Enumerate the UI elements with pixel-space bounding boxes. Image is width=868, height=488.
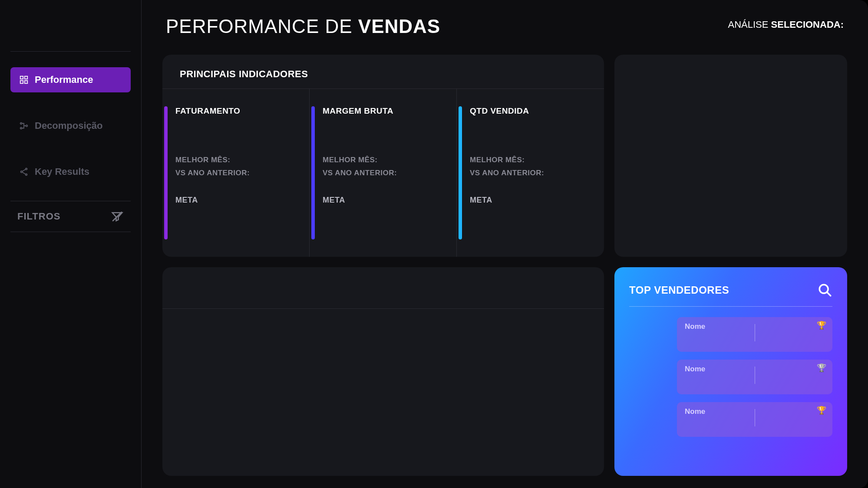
chart-card-header — [162, 267, 604, 309]
analysis-selected-label: ANÁLISE SELECIONADA: — [728, 19, 844, 30]
sidebar: Performance Decomposição Key Results FIL… — [0, 0, 142, 488]
svg-line-10 — [113, 212, 122, 221]
kpi-title: FATURAMENTO — [175, 106, 309, 116]
kpi-body: QTD VENDIDA MELHOR MÊS: VS ANO ANTERIOR:… — [470, 106, 604, 239]
page-title-prefix: PERFORMANCE DE — [166, 16, 358, 37]
aux-card-top-right — [614, 55, 847, 257]
sidebar-item-performance[interactable]: Performance — [10, 67, 131, 92]
sidebar-item-label: Key Results — [35, 166, 89, 177]
sidebar-divider — [10, 51, 131, 52]
kpi-vs-prev: VS ANO ANTERIOR: — [470, 169, 604, 177]
filters-header: FILTROS — [10, 201, 131, 232]
trophy-icon: 🏆 — [817, 321, 826, 330]
dashboard-icon — [19, 75, 29, 85]
kpi-body: FATURAMENTO MELHOR MÊS: VS ANO ANTERIOR:… — [175, 106, 309, 239]
analysis-bold: SELECIONADA: — [771, 19, 844, 30]
svg-point-5 — [20, 128, 22, 129]
vendor-name-label: Nome — [685, 407, 755, 416]
content-grid: PRINCIPAIS INDICADORES FATURAMENTO MELHO… — [162, 55, 847, 476]
share-icon — [19, 167, 29, 177]
kpi-meta: META — [470, 196, 604, 205]
kpi-vs-prev: VS ANO ANTERIOR: — [175, 169, 309, 177]
tree-icon — [19, 121, 29, 131]
top-vendors-header: TOP VENDEDORES — [629, 283, 832, 307]
kpi-title: MARGEM BRUTA — [323, 106, 456, 116]
vendor-name-label: Nome — [685, 365, 755, 373]
sidebar-item-label: Decomposição — [35, 120, 103, 131]
trophy-icon: 🏆 — [817, 406, 826, 415]
search-icon[interactable] — [818, 283, 832, 298]
vendor-separator — [755, 409, 755, 426]
vendor-name-label: Nome — [685, 322, 755, 331]
kpi-best-month: MELHOR MÊS: — [323, 156, 456, 164]
vendor-row[interactable]: Nome 🏆 — [677, 317, 832, 352]
kpi-best-month: MELHOR MÊS: — [470, 156, 604, 164]
kpi-best-month: MELHOR MÊS: — [175, 156, 309, 164]
vendor-row[interactable]: Nome 🏆 — [677, 402, 832, 437]
top-vendors-title: TOP VENDEDORES — [629, 284, 729, 296]
page-title-bold: VENDAS — [358, 16, 440, 37]
trophy-icon: 🏆 — [817, 363, 826, 373]
kpi-title: QTD VENDIDA — [470, 106, 604, 116]
kpi-body: MARGEM BRUTA MELHOR MÊS: VS ANO ANTERIOR… — [323, 106, 456, 239]
kpi-col-margem: MARGEM BRUTA MELHOR MÊS: VS ANO ANTERIOR… — [310, 89, 457, 257]
svg-point-6 — [26, 125, 28, 127]
kpi-vs-prev: VS ANO ANTERIOR: — [323, 169, 456, 177]
clear-filters-icon[interactable] — [111, 210, 124, 223]
svg-point-4 — [20, 123, 22, 124]
kpi-meta: META — [323, 196, 456, 205]
svg-point-9 — [26, 174, 27, 176]
vendor-list: Nome 🏆 Nome 🏆 Nome — [629, 317, 832, 437]
sidebar-logo-area — [10, 8, 131, 51]
svg-rect-0 — [20, 76, 23, 79]
page-header: PERFORMANCE DE VENDAS ANÁLISE SELECIONAD… — [162, 16, 847, 37]
sidebar-item-key-results[interactable]: Key Results — [10, 159, 131, 184]
kpi-col-qtd: QTD VENDIDA MELHOR MÊS: VS ANO ANTERIOR:… — [457, 89, 604, 257]
svg-rect-3 — [25, 81, 27, 83]
svg-line-12 — [827, 292, 831, 296]
svg-point-8 — [21, 171, 23, 173]
kpi-grid: FATURAMENTO MELHOR MÊS: VS ANO ANTERIOR:… — [162, 88, 604, 257]
kpi-col-faturamento: FATURAMENTO MELHOR MÊS: VS ANO ANTERIOR:… — [162, 89, 310, 257]
filters-label: FILTROS — [17, 211, 60, 222]
analysis-prefix: ANÁLISE — [728, 19, 771, 30]
kpi-accent-bar — [164, 106, 168, 239]
svg-rect-1 — [25, 76, 27, 79]
kpi-card: PRINCIPAIS INDICADORES FATURAMENTO MELHO… — [162, 55, 604, 257]
svg-point-7 — [26, 168, 27, 170]
vendor-separator — [755, 367, 755, 384]
vendor-separator — [755, 324, 755, 341]
sidebar-item-decomposicao[interactable]: Decomposição — [10, 113, 131, 138]
sidebar-item-label: Performance — [35, 74, 93, 85]
kpi-meta: META — [175, 196, 309, 205]
kpi-accent-bar — [311, 106, 315, 239]
svg-rect-2 — [20, 81, 23, 83]
app-root: Performance Decomposição Key Results FIL… — [0, 0, 868, 488]
chart-card-bottom — [162, 267, 604, 476]
top-vendors-card: TOP VENDEDORES Nome 🏆 Nome — [614, 267, 847, 476]
kpi-accent-bar — [459, 106, 462, 239]
main-content: PERFORMANCE DE VENDAS ANÁLISE SELECIONAD… — [142, 0, 868, 488]
page-title: PERFORMANCE DE VENDAS — [166, 16, 440, 37]
vendor-row[interactable]: Nome 🏆 — [677, 360, 832, 394]
kpi-section-title: PRINCIPAIS INDICADORES — [162, 55, 604, 88]
